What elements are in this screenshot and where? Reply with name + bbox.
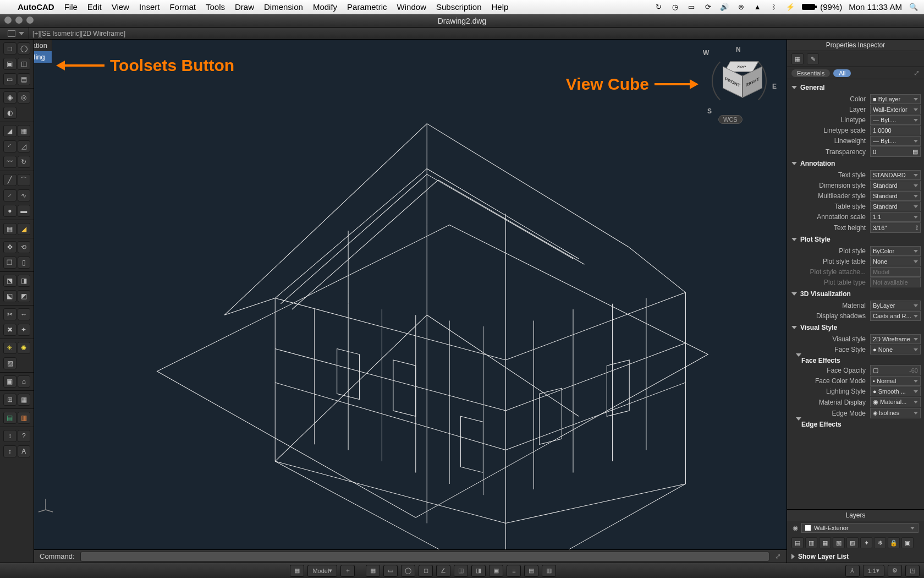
menu-insert[interactable]: Insert (139, 2, 160, 12)
battery-icon[interactable] (802, 2, 813, 12)
menu-help[interactable]: Help (492, 2, 509, 12)
prop-material[interactable]: ByLayer (870, 301, 921, 310)
toolset-modeling[interactable]: Modeling (34, 51, 52, 63)
show-layer-list[interactable]: Show Layer List (787, 550, 924, 563)
sb-grid[interactable]: ▦ (290, 565, 304, 577)
tool-revolve[interactable]: ↻ (18, 156, 31, 168)
tool-camera[interactable]: ⌂ (18, 375, 31, 388)
battery-charge-icon[interactable]: ⚡ (785, 3, 795, 11)
prop-color[interactable]: ■ ByLayer (870, 94, 921, 104)
menu-dimension[interactable]: Dimension (264, 2, 303, 12)
tool-move[interactable]: ✥ (3, 241, 16, 253)
sb-otrack[interactable]: ◫ (454, 565, 468, 577)
drawing-canvas[interactable]: Drafting Annotation Modeling Toolsets Bu… (34, 40, 787, 563)
sb-iso[interactable]: ◳ (905, 565, 920, 577)
layer-tool-3[interactable]: ▦ (819, 537, 831, 548)
prop-shadows[interactable]: Casts and R... (870, 311, 921, 321)
prop-ltscale[interactable]: 1.0000 (870, 126, 921, 135)
tool-slice[interactable]: ◢ (3, 125, 16, 137)
clock-icon[interactable]: ◷ (670, 3, 680, 11)
sb-ortho[interactable]: ▭ (383, 565, 398, 577)
volume-icon[interactable]: 🔊 (719, 3, 729, 11)
tool-spline[interactable]: ∿ (18, 189, 31, 201)
tool-subtract[interactable]: ◎ (18, 91, 31, 103)
tool-rotate[interactable]: ⟲ (18, 241, 31, 253)
panel-quickprops-icon[interactable]: ▦ (791, 53, 804, 64)
tool-loft[interactable]: ◫ (18, 58, 31, 70)
app-name[interactable]: AutoCAD (18, 2, 54, 12)
menu-edit[interactable]: Edit (87, 2, 102, 12)
layer-tool-1[interactable]: ▤ (791, 537, 804, 548)
section-general[interactable]: General (790, 81, 921, 94)
tool-erase[interactable]: ✖ (3, 324, 16, 336)
layer-tool-6[interactable]: ✦ (860, 537, 872, 548)
prop-textheight[interactable]: 3/16"⟟ (870, 222, 921, 233)
section-edgeeffects[interactable]: Edge Effects (790, 421, 921, 428)
tool-text[interactable]: A (18, 445, 31, 457)
tool-render[interactable]: ▣ (3, 375, 16, 388)
tool-grid[interactable]: ▦ (18, 394, 31, 406)
prop-visualstyle[interactable]: 2D Wireframe (870, 334, 921, 344)
tool-presspull[interactable]: ▤ (18, 73, 31, 85)
menu-format[interactable]: Format (169, 2, 196, 12)
menu-subscription[interactable]: Subscription (436, 2, 482, 12)
menu-view[interactable]: View (112, 2, 129, 12)
tool-mirror[interactable]: ▯ (18, 257, 31, 269)
menu-draw[interactable]: Draw (235, 2, 254, 12)
menu-window[interactable]: Window (397, 2, 426, 12)
tool-flatshot[interactable]: ◨ (18, 275, 31, 287)
tool-sweep[interactable]: 〰 (3, 156, 16, 168)
prop-mleader[interactable]: Standard (870, 191, 921, 201)
layer-tool-9[interactable]: ▣ (901, 537, 914, 548)
sb-annoscale-icon[interactable]: ⅄ (845, 565, 860, 577)
compass-w[interactable]: W (703, 49, 709, 57)
tool-inquire[interactable]: ? (18, 430, 31, 442)
prop-annoscale[interactable]: 1:1 (870, 212, 921, 222)
menu-modify[interactable]: Modify (313, 2, 337, 12)
tool-ucs[interactable]: ⊞ (3, 394, 16, 406)
sb-snap[interactable]: ▦ (366, 565, 380, 577)
close-window-button[interactable] (4, 17, 12, 24)
sb-angle[interactable]: ∠ (436, 565, 450, 577)
tool-polysolid[interactable]: ▭ (3, 73, 16, 85)
tool-dim[interactable]: ↕ (3, 445, 16, 457)
tool-trim[interactable]: ✂ (3, 308, 16, 320)
tool-section[interactable]: ⬔ (3, 275, 16, 287)
sb-osnap[interactable]: ◻ (419, 565, 433, 577)
prop-faceopacity[interactable]: ▢-60 (870, 365, 921, 375)
display-icon[interactable]: ▭ (686, 3, 696, 11)
tool-explode[interactable]: ✦ (18, 324, 31, 336)
sync-icon[interactable]: ↻ (653, 3, 663, 11)
bluetooth-icon[interactable]: ᛒ (769, 3, 779, 11)
command-input[interactable] (80, 552, 769, 561)
prop-facecolormode[interactable]: ▪ Normal (870, 376, 921, 386)
prop-facestyle[interactable]: ● None (870, 345, 921, 355)
tool-light[interactable]: ☀ (3, 342, 16, 354)
airport-icon[interactable]: ▲ (752, 3, 762, 11)
prop-tablestyle[interactable]: Standard (870, 201, 921, 211)
tab-all[interactable]: All (833, 69, 851, 77)
section-plot[interactable]: Plot Style (790, 233, 921, 246)
prop-linetype[interactable]: — ByL... (870, 115, 921, 125)
menu-tools[interactable]: Tools (206, 2, 225, 12)
sb-sc[interactable]: ▥ (542, 565, 556, 577)
section-visualstyle[interactable]: Visual Style (790, 321, 921, 334)
prop-materialdisplay[interactable]: ◉ Material... (870, 397, 921, 407)
prop-transparency[interactable]: 0▤ (870, 146, 921, 157)
layer-tool-7[interactable]: ❄ (874, 537, 886, 548)
viewstate-label[interactable]: [+][SE Isometric][2D Wireframe] (29, 30, 125, 37)
sb-dyn[interactable]: ▣ (489, 565, 503, 577)
toolset-dropdown[interactable]: Drafting Annotation Modeling (34, 40, 52, 63)
tool-sectionplane[interactable]: ⬕ (3, 290, 16, 302)
tool-layer[interactable]: ▤ (3, 412, 16, 424)
layer-selector[interactable]: Wall-Exterior (801, 523, 919, 533)
tool-arc[interactable]: ⌒ (18, 174, 31, 186)
tool-liveview[interactable]: ◩ (18, 290, 31, 302)
section-3dviz[interactable]: 3D Visualization (790, 288, 921, 300)
tool-line[interactable]: ╱ (3, 174, 16, 186)
tool-box[interactable]: ◻ (3, 42, 16, 54)
layer-tool-5[interactable]: ▨ (846, 537, 859, 548)
prop-textstyle[interactable]: STANDARD (870, 170, 921, 180)
tool-layerstate[interactable]: ▥ (18, 412, 31, 424)
tab-essentials[interactable]: Essentials (791, 69, 830, 77)
